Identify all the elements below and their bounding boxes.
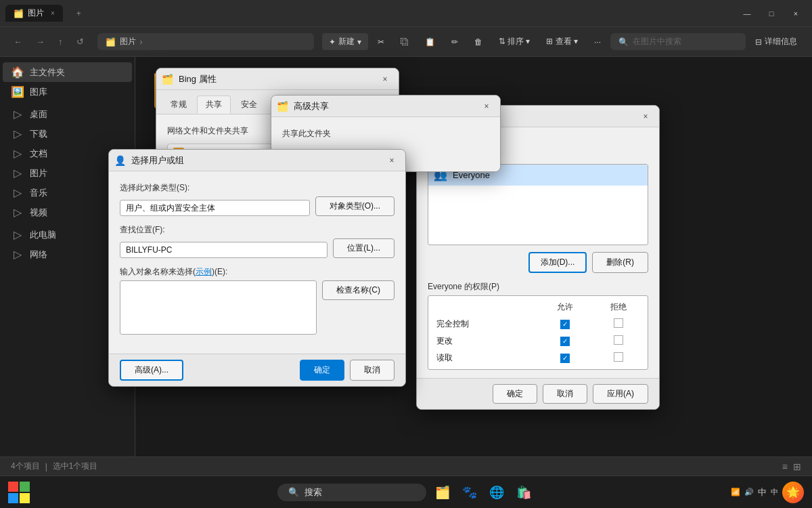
tab-close-btn[interactable]: × bbox=[51, 9, 55, 17]
perm-col-deny: 拒绝 bbox=[591, 299, 645, 316]
obj-name-row: 检查名称(C) bbox=[120, 280, 394, 335]
perm-deny-cell[interactable] bbox=[591, 333, 645, 350]
new-btn[interactable]: ✦ 新建 ▾ bbox=[322, 33, 368, 50]
sidebar-label-gallery: 图库 bbox=[30, 86, 47, 98]
sidebar-label-pictures: 图片 bbox=[30, 167, 47, 179]
remove-user-btn[interactable]: 删除(R) bbox=[592, 252, 648, 273]
search-box[interactable]: 🔍 在图片中搜索 bbox=[610, 33, 746, 50]
view-list-icon[interactable]: ≡ bbox=[782, 461, 788, 472]
minimize-btn[interactable]: — bbox=[736, 5, 758, 22]
explorer-tab[interactable]: 🗂️ 图片 × bbox=[5, 5, 63, 22]
input-obj-label: 输入对象名称来选择(示例)(E): bbox=[120, 266, 394, 278]
tab-general[interactable]: 常规 bbox=[162, 96, 196, 114]
status-selected: 选中1个项目 bbox=[53, 461, 98, 472]
permissions-apply-btn[interactable]: 应用(A) bbox=[593, 384, 648, 404]
bing-props-title: Bing 属性 bbox=[179, 73, 371, 85]
add-user-btn[interactable]: 添加(D)... bbox=[528, 252, 587, 273]
tab-label: 图片 bbox=[28, 7, 44, 19]
location-label: 查找位置(F): bbox=[120, 224, 394, 236]
window-controls: — □ × bbox=[736, 5, 807, 22]
obj-type-input[interactable] bbox=[120, 200, 310, 216]
home-icon: 🏠 bbox=[11, 66, 24, 79]
videos-icon: ▷ bbox=[11, 206, 24, 219]
copy-btn[interactable]: ⿻ bbox=[394, 35, 415, 49]
more-btn[interactable]: ··· bbox=[587, 35, 608, 49]
example-link[interactable]: 示例 bbox=[196, 267, 212, 276]
sidebar-item-downloads[interactable]: ▷ 下载 bbox=[3, 124, 132, 144]
window-close-btn[interactable]: × bbox=[785, 5, 807, 22]
sidebar-item-gallery[interactable]: 🖼️ 图库 bbox=[3, 82, 132, 102]
status-right: ≡ ⊞ bbox=[782, 461, 801, 472]
dialog-select-user-group[interactable]: 👤 选择用户或组 × 选择此对象类型(S): 对象类型(O)... 查找位置(F… bbox=[108, 149, 406, 387]
taskbar-edge-icon[interactable]: 🌐 bbox=[486, 482, 508, 503]
location-btn[interactable]: 位置(L)... bbox=[333, 238, 394, 258]
taskbar-search-icon: 🔍 bbox=[288, 487, 299, 497]
allow-checkbox[interactable]: ✓ bbox=[560, 320, 570, 329]
start-btn[interactable] bbox=[8, 482, 30, 503]
allow-checkbox[interactable]: ✓ bbox=[560, 337, 570, 346]
view-grid-icon[interactable]: ⊞ bbox=[793, 461, 801, 472]
back-btn[interactable]: ← bbox=[8, 33, 28, 51]
sidebar-label-downloads: 下载 bbox=[30, 128, 47, 140]
select-user-ok-btn[interactable]: 确定 bbox=[300, 360, 344, 381]
check-names-btn[interactable]: 检查名称(C) bbox=[322, 280, 394, 300]
obj-type-btn[interactable]: 对象类型(O)... bbox=[315, 196, 394, 216]
taskbar-pet-icon[interactable]: 🐾 bbox=[459, 482, 480, 503]
location-input[interactable] bbox=[120, 242, 328, 258]
user-avatar[interactable]: 🌟 bbox=[782, 482, 804, 503]
select-user-icon: 👤 bbox=[114, 155, 126, 166]
tab-security[interactable]: 安全 bbox=[232, 96, 266, 114]
deny-checkbox-empty[interactable] bbox=[614, 352, 623, 362]
taskbar-search[interactable]: 🔍 搜索 bbox=[277, 484, 426, 501]
status-bar: 4个项目 | 选中1个项目 ≡ ⊞ bbox=[0, 457, 812, 475]
taskbar-file-explorer[interactable]: 🗂️ bbox=[432, 482, 453, 503]
perm-allow-cell[interactable]: ✓ bbox=[538, 333, 591, 350]
maximize-btn[interactable]: □ bbox=[761, 5, 782, 22]
select-user-title-bar: 👤 选择用户或组 × bbox=[109, 150, 405, 171]
pc-icon: ▷ bbox=[11, 228, 24, 241]
permissions-ok-btn[interactable]: 确定 bbox=[493, 384, 537, 404]
permissions-cancel-btn[interactable]: 取消 bbox=[543, 384, 587, 404]
ime-indicator[interactable]: 中 bbox=[758, 486, 767, 499]
advanced-share-close-btn[interactable]: × bbox=[478, 98, 495, 114]
sidebar-item-desktop[interactable]: ▷ 桌面 bbox=[3, 104, 132, 124]
cut-btn[interactable]: ✂ bbox=[371, 35, 391, 49]
refresh-btn[interactable]: ↺ bbox=[71, 33, 89, 51]
network-icon: ▷ bbox=[11, 248, 24, 261]
obj-name-textarea[interactable] bbox=[120, 280, 317, 335]
allow-checkbox[interactable]: ✓ bbox=[560, 354, 570, 363]
perm-allow-cell[interactable]: ✓ bbox=[538, 350, 591, 366]
sort-btn[interactable]: ⇅ 排序 ▾ bbox=[492, 33, 537, 50]
perm-allow-cell[interactable]: ✓ bbox=[538, 316, 591, 333]
new-tab-btn[interactable]: + bbox=[68, 6, 89, 21]
downloads-icon: ▷ bbox=[11, 127, 24, 140]
advanced-btn[interactable]: 高级(A)... bbox=[120, 360, 183, 381]
forward-btn[interactable]: → bbox=[30, 33, 50, 51]
delete-btn[interactable]: 🗑 bbox=[468, 35, 489, 49]
network-systray-icon[interactable]: 📶 bbox=[731, 488, 740, 496]
deny-checkbox-empty[interactable] bbox=[614, 318, 623, 328]
sidebar-item-home[interactable]: 🏠 主文件夹 bbox=[3, 62, 132, 82]
perm-deny-cell[interactable] bbox=[591, 316, 645, 333]
select-user-cancel-btn[interactable]: 取消 bbox=[350, 360, 394, 381]
taskbar-store-icon[interactable]: 🛍️ bbox=[513, 482, 535, 503]
clock-time[interactable]: 中 bbox=[771, 487, 778, 497]
sidebar-label-videos: 视频 bbox=[30, 207, 47, 219]
select-user-close-btn[interactable]: × bbox=[384, 152, 400, 169]
rename-btn[interactable]: ✏ bbox=[445, 35, 465, 49]
toolbar: ← → ↑ ↺ 🗂️ 图片 › ✦ 新建 ▾ ✂ ⿻ 📋 ✏ 🗑 ⇅ 排序 ▾ … bbox=[0, 27, 812, 57]
bing-props-close-btn[interactable]: × bbox=[377, 71, 393, 87]
address-bar[interactable]: 🗂️ 图片 › bbox=[97, 33, 314, 50]
advanced-share-icon: 🗂️ bbox=[277, 101, 288, 112]
up-btn[interactable]: ↑ bbox=[53, 33, 68, 51]
permissions-close-btn[interactable]: × bbox=[637, 108, 654, 125]
gallery-icon: 🖼️ bbox=[11, 85, 24, 98]
perm-deny-cell[interactable] bbox=[591, 350, 645, 366]
paste-btn[interactable]: 📋 bbox=[418, 35, 442, 49]
volume-systray-icon[interactable]: 🔊 bbox=[744, 488, 754, 496]
view-btn[interactable]: ⊞ 查看 ▾ bbox=[539, 33, 585, 50]
deny-checkbox-empty[interactable] bbox=[614, 335, 623, 345]
detail-info-btn[interactable]: ⊟ ⊟ 详细信息 详细信息 bbox=[748, 33, 804, 50]
ok-cancel-group: 确定 取消 bbox=[300, 360, 394, 381]
tab-share[interactable]: 共享 bbox=[197, 96, 231, 114]
